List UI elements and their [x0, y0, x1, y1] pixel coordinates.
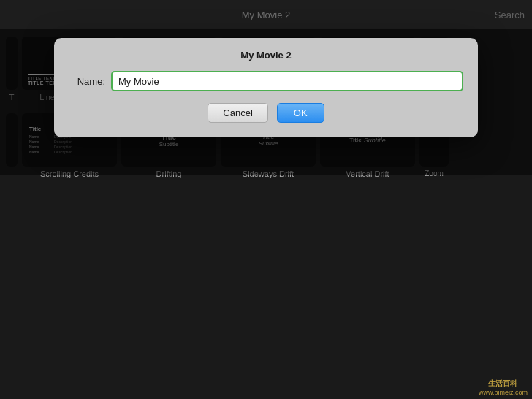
modal-name-label: Name: [69, 76, 105, 87]
rename-modal: My Movie 2 Name: Cancel OK [54, 38, 478, 137]
cancel-button[interactable]: Cancel [208, 103, 267, 123]
modal-buttons: Cancel OK [69, 103, 463, 123]
modal-title: My Movie 2 [69, 50, 463, 61]
modal-name-input[interactable] [111, 71, 463, 91]
modal-overlay: My Movie 2 Name: Cancel OK [0, 0, 532, 175]
watermark-line2: www.bimeiz.com [479, 389, 528, 396]
modal-name-row: Name: [69, 71, 463, 91]
watermark: 生活百科 www.bimeiz.com [479, 379, 528, 396]
ok-button[interactable]: OK [277, 103, 324, 123]
watermark-line1: 生活百科 [479, 379, 528, 389]
